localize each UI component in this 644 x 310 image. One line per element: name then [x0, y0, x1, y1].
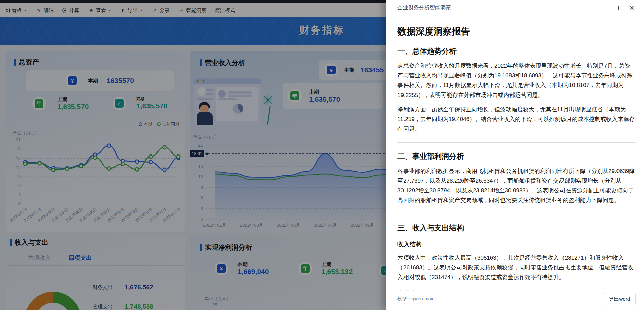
insight-report: 数据深度洞察报告 一、总体趋势分析 从总资产和营业收入的月度数据来看，2022年…	[386, 16, 644, 291]
section2-heading: 二、事业部利润分析	[397, 151, 636, 162]
model-info: 模型：qwen-max	[397, 296, 603, 302]
section3-heading: 三、收入与支出结构	[397, 223, 636, 233]
section1-paragraph1: 从总资产和营业收入的月度数据来看，2022年的整体表现呈现波动性增长。特别是7月…	[397, 61, 636, 100]
section2-paragraph1: 各事业部的利润数据显示，商用飞机租赁和公务机租赁的利润同比有所下降（分别从29.…	[397, 166, 636, 205]
section-divider	[397, 214, 636, 214]
report-title: 数据深度洞察报告	[397, 25, 636, 38]
maximize-icon	[618, 6, 622, 10]
export-word-button[interactable]: 导出word	[603, 293, 636, 305]
maximize-button[interactable]	[614, 3, 626, 13]
income-structure-paragraph: 六项收入中，政策性收入最高（305163），其次是经营零售收入（281271）和…	[397, 253, 636, 282]
section1-paragraph2: 净利润方面，虽然全年保持正向增长，但波动幅度较大，尤其在11月出现明显低谷（本期…	[397, 105, 636, 134]
close-button[interactable]: ✕	[626, 3, 637, 13]
section1-heading: 一、总体趋势分析	[397, 46, 636, 56]
section-divider	[397, 142, 636, 143]
panel-window-title: 企业财务分析智能洞察	[397, 4, 614, 11]
app-window: Q 看板 ▼ ✎ 编辑 ▶ 计算 ⊕ 查看 ▼ ⬆ 导出 ▼ ↗ 分享 ☉ 智能…	[0, 0, 644, 310]
insight-panel-header: 企业财务分析智能洞察 ✕	[386, 0, 644, 16]
modal-dim-overlay[interactable]	[0, 0, 386, 310]
insight-panel: 企业财务分析智能洞察 ✕ 数据深度洞察报告 一、总体趋势分析 从总资产和营业收入…	[386, 0, 644, 310]
income-structure-heading: 收入结构	[397, 240, 636, 248]
insight-panel-footer: 模型：qwen-max 导出word	[386, 291, 644, 310]
